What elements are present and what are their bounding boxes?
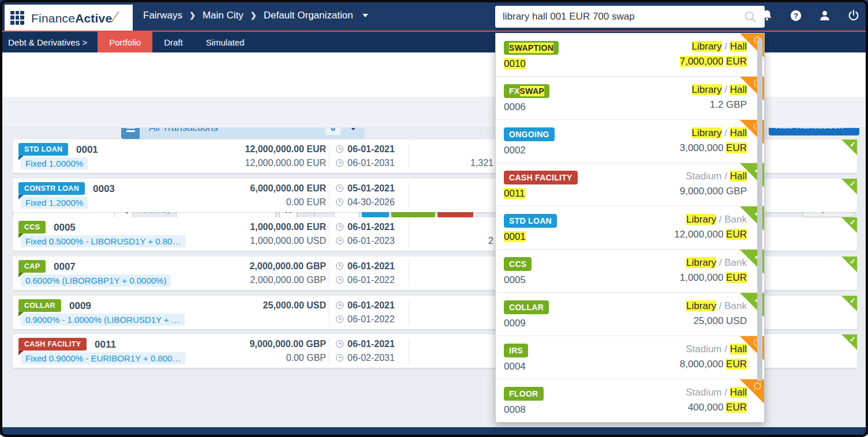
status-done-corner-icon [841,296,857,311]
text-segment: 0002 [504,145,526,156]
text-segment: 0008 [504,404,526,415]
status-done-corner-icon [841,217,857,233]
transaction-rate-pill: Fixed 0.9000% - EURIBOR1Y + 0.800… [21,352,185,364]
end-date: 04-30-2026 [336,197,395,208]
search-result-item[interactable]: ONGOING0002Library / Hall3,000,000 EUR [496,120,764,163]
transaction-type-badge: CCS [18,221,46,233]
text-segment: 8,000,000 [680,359,726,370]
result-code: 0004 [504,361,526,372]
result-type-badge: FX SWAP [504,84,549,98]
search-result-item[interactable]: SWAPTION0010Library / Hall7,000,000 EUR [496,33,764,77]
column-divider [329,338,330,364]
clock-icon [336,302,343,309]
help-icon[interactable]: ? [788,8,803,23]
svg-text:?: ? [794,11,798,20]
result-location: Library / Hall [692,41,747,52]
nominal-amount: 1,000,000.00 EUR [174,222,326,232]
breadcrumb-fairways[interactable]: Fairways [143,10,182,21]
transaction-code: 0005 [54,222,76,233]
text-segment: Stadium [686,171,721,182]
dropdown-scrollbar[interactable] [757,38,762,381]
clock-icon [336,223,343,231]
tab-simulated[interactable]: Simulated [194,32,256,52]
start-date: 06-01-2021 [336,144,395,155]
column-divider [409,260,409,287]
text-segment: / [722,344,730,355]
text-segment: Stadium [686,387,721,398]
text-segment: COLLAR [509,303,544,312]
app-grid-icon[interactable] [10,11,24,25]
text-segment: / [716,214,724,225]
text-segment: / [722,41,730,52]
end-date: 06-01-2031 [336,158,395,168]
status-ongoing-corner-icon [740,379,764,404]
search-match-highlight: Library [686,257,716,268]
result-location: Stadium / Hall [686,171,747,182]
transaction-rate-pill: Fixed 1.0000% [21,157,88,169]
tab-draft[interactable]: Draft [152,32,194,52]
transaction-type-badge: CASH FACILITY [18,338,87,351]
search-match-highlight: Library [692,84,722,95]
result-type-badge: FLOOR [504,387,544,401]
result-location: Library / Hall [692,127,747,139]
column-divider [409,221,409,247]
chevron-right-icon: ❯ [189,11,196,20]
text-segment: 3,000,000 [680,142,726,153]
result-amount: 1.2 GBP [710,99,747,111]
transaction-code: 0001 [76,144,98,156]
search-result-item[interactable]: CASH FACILITY0011Stadium / Hall9,000,000… [496,163,764,206]
transaction-rate-pill: Fixed 1.2000% [21,197,88,209]
power-icon[interactable] [846,8,861,23]
result-type-badge: STD LOAN [504,214,557,228]
result-location: Stadium / Hall [686,387,747,398]
chevron-right-icon: ❯ [250,11,257,20]
breadcrumb-main-city[interactable]: Main City [203,10,244,21]
search-match-highlight: Library [686,300,716,311]
start-date: 05-01-2021 [336,183,395,194]
result-type-badge: CASH FACILITY [504,171,578,184]
bottom-bar [0,427,868,435]
search-result-item[interactable]: FX SWAP0006Library / Hall1.2 GBP [496,77,764,120]
column-divider [329,260,330,287]
search-result-item[interactable]: IRS0004Stadium / Hall8,000,000 EUR [496,336,764,379]
clock-icon [336,262,343,270]
result-code: 0010 [504,58,526,70]
column-divider [409,299,409,326]
partial-value: 1,321 [411,158,493,168]
text-segment: 400,000 [688,402,726,413]
accent-divider [0,31,868,32]
search-icon[interactable] [743,10,757,24]
end-date: 06-01-2023 [336,236,395,246]
secondary-amount: 0.00 EUR [174,197,326,208]
result-code: 0005 [504,274,526,286]
text-segment: CCS [509,259,526,269]
nav-section-debt-derivatives[interactable]: Debt & Derivatives > [0,32,98,52]
transaction-code: 0003 [93,183,115,195]
status-done-corner-icon [841,334,857,350]
status-done-corner-icon [841,179,857,194]
tab-portfolio[interactable]: Portfolio [98,32,152,52]
transaction-type-badge: CONSTR LOAN [18,182,85,195]
result-code: 0001 [504,231,526,243]
user-icon[interactable] [817,8,832,23]
search-result-item[interactable]: COLLAR0009Library / Bank25,000 USD [496,293,764,336]
result-location: Library / Bank [686,257,747,269]
clock-icon [336,340,343,348]
search-result-item[interactable]: FLOOR0008Stadium / Hall400,000 EUR [496,379,764,423]
nominal-amount: 9,000,000.00 GBP [174,339,326,349]
chevron-down-icon[interactable] [362,14,368,17]
column-divider [409,338,409,364]
status-done-corner-icon [841,140,857,155]
search-result-item[interactable]: CCS0005Library / Bank1,000,000 EUR [496,250,764,293]
logo[interactable]: FinanceActive/ [5,5,133,31]
result-type-badge: COLLAR [504,300,549,314]
result-location: Library / Bank [686,300,747,312]
result-amount: 3,000,000 EUR [680,142,747,154]
breadcrumb-default-organization[interactable]: Default Organization [264,10,353,21]
search-match-highlight: 0011 [504,188,525,199]
global-search-input[interactable] [503,11,743,22]
column-divider [329,299,330,326]
search-result-item[interactable]: STD LOAN0001Library / Bank12,000,000 EUR [496,206,764,250]
clock-icon [336,159,343,167]
clock-icon [336,184,343,192]
